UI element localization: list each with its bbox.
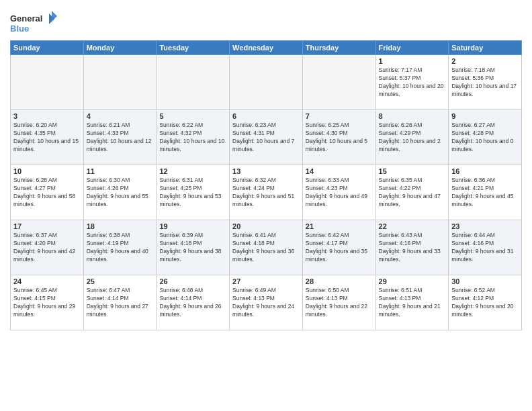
day-info: Sunrise: 6:52 AMSunset: 4:12 PMDaylight:… (451, 287, 519, 319)
day-info: Sunrise: 6:39 AMSunset: 4:18 PMDaylight:… (159, 232, 226, 264)
calendar-cell-1-5: 8Sunrise: 6:26 AMSunset: 4:29 PMDaylight… (375, 110, 449, 165)
calendar-cell-3-1: 18Sunrise: 6:38 AMSunset: 4:19 PMDayligh… (83, 220, 157, 275)
calendar-cell-3-2: 19Sunrise: 6:39 AMSunset: 4:18 PMDayligh… (157, 220, 230, 275)
header-thursday: Thursday (302, 41, 375, 55)
week-row-5: 24Sunrise: 6:45 AMSunset: 4:15 PMDayligh… (11, 275, 522, 330)
day-number: 6 (232, 112, 300, 120)
day-number: 3 (13, 112, 81, 120)
calendar-cell-1-0: 3Sunrise: 6:20 AMSunset: 4:35 PMDaylight… (11, 110, 84, 165)
week-row-1: 1Sunrise: 7:17 AMSunset: 5:37 PMDaylight… (11, 55, 522, 110)
day-number: 2 (451, 57, 519, 65)
day-info: Sunrise: 6:49 AMSunset: 4:13 PMDaylight:… (232, 287, 300, 319)
day-info: Sunrise: 6:30 AMSunset: 4:26 PMDaylight:… (87, 177, 154, 209)
day-number: 24 (13, 277, 81, 285)
calendar-cell-0-6: 2Sunrise: 7:18 AMSunset: 5:36 PMDaylight… (449, 55, 522, 110)
calendar-cell-0-5: 1Sunrise: 7:17 AMSunset: 5:37 PMDaylight… (375, 55, 449, 110)
day-info: Sunrise: 6:48 AMSunset: 4:14 PMDaylight:… (159, 287, 226, 319)
day-info: Sunrise: 6:35 AMSunset: 4:22 PMDaylight:… (379, 177, 446, 209)
day-number: 20 (232, 222, 300, 230)
calendar-cell-3-5: 22Sunrise: 6:43 AMSunset: 4:16 PMDayligh… (375, 220, 449, 275)
day-number: 21 (306, 222, 373, 230)
calendar-cell-0-1 (83, 55, 157, 110)
day-number: 17 (13, 222, 81, 230)
logo: General Blue (10, 9, 57, 36)
calendar-cell-4-1: 25Sunrise: 6:47 AMSunset: 4:14 PMDayligh… (83, 275, 157, 330)
svg-text:General: General (10, 13, 42, 24)
day-info: Sunrise: 6:20 AMSunset: 4:35 PMDaylight:… (13, 122, 81, 154)
day-number: 25 (87, 277, 154, 285)
day-info: Sunrise: 6:41 AMSunset: 4:18 PMDaylight:… (232, 232, 300, 264)
calendar-cell-1-3: 6Sunrise: 6:23 AMSunset: 4:31 PMDaylight… (230, 110, 303, 165)
week-row-4: 17Sunrise: 6:37 AMSunset: 4:20 PMDayligh… (11, 220, 522, 275)
day-info: Sunrise: 6:26 AMSunset: 4:29 PMDaylight:… (379, 122, 446, 154)
day-info: Sunrise: 6:32 AMSunset: 4:24 PMDaylight:… (232, 177, 300, 209)
day-number: 11 (87, 167, 154, 175)
day-info: Sunrise: 6:22 AMSunset: 4:32 PMDaylight:… (159, 122, 226, 154)
calendar-cell-2-5: 15Sunrise: 6:35 AMSunset: 4:22 PMDayligh… (375, 165, 449, 220)
calendar-cell-4-0: 24Sunrise: 6:45 AMSunset: 4:15 PMDayligh… (11, 275, 84, 330)
header-monday: Monday (83, 41, 157, 55)
day-info: Sunrise: 6:42 AMSunset: 4:17 PMDaylight:… (306, 232, 373, 264)
calendar-cell-3-3: 20Sunrise: 6:41 AMSunset: 4:18 PMDayligh… (230, 220, 303, 275)
day-info: Sunrise: 6:47 AMSunset: 4:14 PMDaylight:… (87, 287, 154, 319)
day-number: 12 (159, 167, 226, 175)
day-info: Sunrise: 6:43 AMSunset: 4:16 PMDaylight:… (379, 232, 446, 264)
calendar-cell-3-0: 17Sunrise: 6:37 AMSunset: 4:20 PMDayligh… (11, 220, 84, 275)
calendar-cell-4-2: 26Sunrise: 6:48 AMSunset: 4:14 PMDayligh… (157, 275, 230, 330)
calendar-cell-0-2 (157, 55, 230, 110)
day-info: Sunrise: 6:21 AMSunset: 4:33 PMDaylight:… (87, 122, 154, 154)
day-info: Sunrise: 6:28 AMSunset: 4:27 PMDaylight:… (13, 177, 81, 209)
day-number: 5 (159, 112, 226, 120)
day-number: 27 (232, 277, 300, 285)
day-number: 18 (87, 222, 154, 230)
day-number: 8 (379, 112, 446, 120)
calendar-cell-0-4 (302, 55, 375, 110)
day-info: Sunrise: 6:27 AMSunset: 4:28 PMDaylight:… (451, 122, 519, 154)
calendar-cell-2-2: 12Sunrise: 6:31 AMSunset: 4:25 PMDayligh… (157, 165, 230, 220)
day-info: Sunrise: 6:38 AMSunset: 4:19 PMDaylight:… (87, 232, 154, 264)
day-info: Sunrise: 7:17 AMSunset: 5:37 PMDaylight:… (379, 66, 446, 99)
day-number: 30 (451, 277, 519, 285)
header-friday: Friday (375, 41, 449, 55)
day-number: 29 (379, 277, 446, 285)
calendar-cell-1-4: 7Sunrise: 6:25 AMSunset: 4:30 PMDaylight… (302, 110, 375, 165)
day-number: 4 (87, 112, 154, 120)
header-wednesday: Wednesday (230, 41, 303, 55)
calendar-cell-1-6: 9Sunrise: 6:27 AMSunset: 4:28 PMDaylight… (449, 110, 522, 165)
day-number: 1 (379, 57, 446, 65)
day-number: 10 (13, 167, 81, 175)
calendar-cell-3-4: 21Sunrise: 6:42 AMSunset: 4:17 PMDayligh… (302, 220, 375, 275)
calendar-cell-2-4: 14Sunrise: 6:33 AMSunset: 4:23 PMDayligh… (302, 165, 375, 220)
day-number: 28 (306, 277, 373, 285)
logo-svg: General Blue (10, 9, 57, 36)
calendar-cell-4-4: 28Sunrise: 6:50 AMSunset: 4:13 PMDayligh… (302, 275, 375, 330)
svg-text:Blue: Blue (10, 24, 29, 34)
calendar-cell-2-6: 16Sunrise: 6:36 AMSunset: 4:21 PMDayligh… (449, 165, 522, 220)
day-number: 22 (379, 222, 446, 230)
calendar-header-row: SundayMondayTuesdayWednesdayThursdayFrid… (11, 41, 522, 55)
calendar-cell-4-3: 27Sunrise: 6:49 AMSunset: 4:13 PMDayligh… (230, 275, 303, 330)
day-info: Sunrise: 6:44 AMSunset: 4:16 PMDaylight:… (451, 232, 519, 264)
day-number: 19 (159, 222, 226, 230)
calendar-cell-0-0 (11, 55, 84, 110)
calendar-cell-0-3 (230, 55, 303, 110)
day-info: Sunrise: 6:36 AMSunset: 4:21 PMDaylight:… (451, 177, 519, 209)
calendar-cell-1-2: 5Sunrise: 6:22 AMSunset: 4:32 PMDaylight… (157, 110, 230, 165)
day-number: 7 (306, 112, 373, 120)
day-info: Sunrise: 7:18 AMSunset: 5:36 PMDaylight:… (451, 66, 519, 99)
day-number: 14 (306, 167, 373, 175)
header: General Blue (10, 7, 522, 36)
calendar-cell-4-5: 29Sunrise: 6:51 AMSunset: 4:13 PMDayligh… (375, 275, 449, 330)
header-tuesday: Tuesday (157, 41, 230, 55)
day-info: Sunrise: 6:25 AMSunset: 4:30 PMDaylight:… (306, 122, 373, 154)
header-sunday: Sunday (11, 41, 84, 55)
day-info: Sunrise: 6:37 AMSunset: 4:20 PMDaylight:… (13, 232, 81, 264)
day-number: 9 (451, 112, 519, 120)
day-number: 26 (159, 277, 226, 285)
day-info: Sunrise: 6:33 AMSunset: 4:23 PMDaylight:… (306, 177, 373, 209)
calendar-table: SundayMondayTuesdayWednesdayThursdayFrid… (10, 40, 522, 330)
calendar-cell-2-1: 11Sunrise: 6:30 AMSunset: 4:26 PMDayligh… (83, 165, 157, 220)
day-number: 16 (451, 167, 519, 175)
calendar-cell-2-0: 10Sunrise: 6:28 AMSunset: 4:27 PMDayligh… (11, 165, 84, 220)
week-row-2: 3Sunrise: 6:20 AMSunset: 4:35 PMDaylight… (11, 110, 522, 165)
